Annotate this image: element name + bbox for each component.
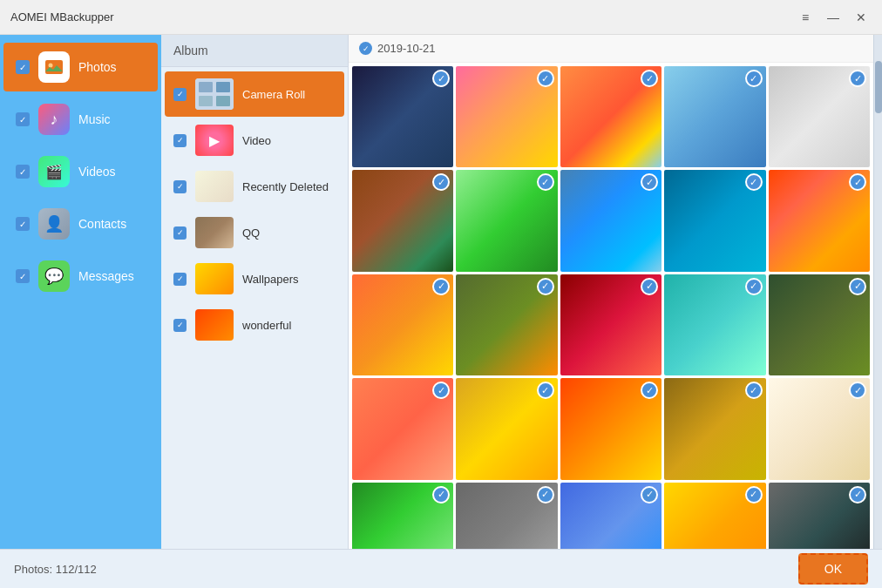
video-label: Video [242, 134, 336, 147]
photos-checkbox[interactable] [16, 60, 30, 74]
photo-cell-12[interactable]: ✓ [456, 274, 557, 375]
contacts-checkbox[interactable] [16, 217, 30, 231]
videos-icon: 🎬 [38, 156, 70, 187]
recently-deleted-thumb [195, 171, 234, 202]
qq-checkbox[interactable] [173, 226, 187, 240]
photo-cell-5[interactable]: ✓ [769, 66, 870, 167]
photo-check-9: ✓ [745, 173, 763, 191]
sidebar-item-contacts[interactable]: 👤 Contacts [3, 199, 158, 248]
photo-cell-10[interactable]: ✓ [769, 170, 870, 271]
photo-cell-22[interactable]: ✓ [456, 483, 557, 549]
right-scrollbar[interactable] [873, 35, 882, 549]
photo-grid: ✓✓✓✓✓✓✓✓✓✓✓✓✓✓✓✓✓✓✓✓✓✓✓✓✓ [352, 66, 870, 549]
album-item-wallpapers[interactable]: Wallpapers [165, 256, 344, 301]
sidebar-item-photos[interactable]: Photos [3, 43, 158, 91]
videos-checkbox[interactable] [16, 165, 30, 179]
photo-section-header: ✓ 2019-10-21 [349, 35, 873, 63]
messages-label: Messages [78, 269, 134, 283]
photo-check-13: ✓ [641, 278, 658, 295]
photo-cell-18[interactable]: ✓ [560, 378, 662, 479]
photo-cell-19[interactable]: ✓ [664, 378, 765, 479]
album-header: Album [161, 35, 348, 67]
album-list: Camera Roll ▶ Video Recently Deleted [161, 67, 348, 549]
album-panel: Album Camera Roll [161, 35, 349, 549]
camera-roll-label: Camera Roll [242, 88, 336, 101]
app-title: AOMEI MBackupper [10, 10, 795, 24]
photo-check-22: ✓ [537, 486, 554, 504]
photo-cell-20[interactable]: ✓ [769, 378, 870, 479]
photos-label: Photos [78, 60, 117, 74]
music-checkbox[interactable] [16, 112, 30, 126]
sidebar-item-messages[interactable]: 💬 Messages [3, 252, 158, 301]
section-check-icon: ✓ [359, 42, 372, 55]
music-label: Music [78, 112, 111, 126]
window-controls: ≡ — ✕ [795, 7, 872, 28]
photo-cell-3[interactable]: ✓ [560, 66, 662, 167]
svg-rect-0 [45, 60, 63, 74]
photo-check-23: ✓ [641, 486, 658, 504]
close-button[interactable]: ✕ [851, 7, 872, 28]
photo-cell-1[interactable]: ✓ [352, 66, 453, 167]
svg-point-1 [49, 64, 53, 68]
photo-check-4: ✓ [745, 70, 763, 87]
minimize-button[interactable]: — [823, 7, 844, 28]
main-container: Photos ♪ Music 🎬 Videos 👤 Contacts 💬 Mes… [0, 35, 882, 549]
photo-cell-25[interactable]: ✓ [769, 483, 870, 549]
photo-cell-4[interactable]: ✓ [664, 66, 765, 167]
photo-cell-17[interactable]: ✓ [456, 378, 557, 479]
photo-check-5: ✓ [849, 70, 866, 87]
wallpapers-thumb [195, 263, 234, 294]
music-icon: ♪ [38, 104, 70, 135]
messages-checkbox[interactable] [16, 269, 30, 283]
wonderful-thumb [195, 309, 234, 341]
photo-cell-16[interactable]: ✓ [352, 378, 453, 479]
photo-check-19: ✓ [745, 382, 763, 399]
photo-cell-24[interactable]: ✓ [664, 483, 765, 549]
photo-cell-2[interactable]: ✓ [456, 66, 557, 167]
photo-check-15: ✓ [849, 278, 866, 295]
qq-label: QQ [242, 226, 336, 240]
album-item-qq[interactable]: QQ [165, 210, 344, 255]
photo-cell-14[interactable]: ✓ [664, 274, 765, 375]
sidebar: Photos ♪ Music 🎬 Videos 👤 Contacts 💬 Mes… [0, 35, 161, 549]
photo-cell-8[interactable]: ✓ [560, 170, 662, 271]
photo-cell-6[interactable]: ✓ [352, 170, 453, 271]
svg-rect-4 [216, 82, 230, 92]
list-button[interactable]: ≡ [795, 7, 816, 28]
wonderful-label: wonderful [242, 319, 336, 332]
album-item-camera-roll[interactable]: Camera Roll [165, 71, 344, 117]
photo-check-12: ✓ [537, 278, 554, 295]
photo-check-14: ✓ [745, 278, 763, 295]
photo-check-2: ✓ [537, 70, 554, 87]
svg-rect-6 [216, 96, 230, 106]
photo-cell-21[interactable]: ✓ [352, 483, 453, 549]
ok-button[interactable]: OK [798, 553, 868, 585]
photo-cell-9[interactable]: ✓ [664, 170, 765, 271]
album-item-video[interactable]: ▶ Video [165, 118, 344, 163]
photo-cell-7[interactable]: ✓ [456, 170, 557, 271]
recently-deleted-checkbox[interactable] [173, 180, 187, 193]
photo-check-17: ✓ [537, 382, 554, 399]
messages-icon: 💬 [38, 260, 70, 292]
sidebar-item-music[interactable]: ♪ Music [3, 95, 158, 144]
photo-cell-13[interactable]: ✓ [560, 274, 662, 375]
photo-grid-container[interactable]: ✓✓✓✓✓✓✓✓✓✓✓✓✓✓✓✓✓✓✓✓✓✓✓✓✓ [349, 63, 873, 549]
wallpapers-label: Wallpapers [242, 273, 336, 286]
videos-label: Videos [78, 165, 116, 179]
photo-cell-15[interactable]: ✓ [769, 274, 870, 375]
photo-check-24: ✓ [745, 486, 763, 504]
contacts-icon: 👤 [38, 208, 70, 240]
scrollbar-thumb[interactable] [875, 61, 882, 113]
album-item-recently-deleted[interactable]: Recently Deleted [165, 164, 344, 209]
wallpapers-checkbox[interactable] [173, 273, 187, 286]
wonderful-checkbox[interactable] [173, 319, 187, 332]
sidebar-item-videos[interactable]: 🎬 Videos [3, 147, 158, 196]
photo-cell-11[interactable]: ✓ [352, 274, 453, 375]
photo-cell-23[interactable]: ✓ [560, 483, 662, 549]
camera-roll-checkbox[interactable] [173, 88, 187, 101]
video-thumb: ▶ [195, 125, 234, 156]
status-bar: Photos: 112/112 OK [0, 549, 882, 588]
album-item-wonderful[interactable]: wonderful [165, 302, 344, 348]
qq-thumb [195, 217, 234, 248]
video-checkbox[interactable] [173, 134, 187, 147]
